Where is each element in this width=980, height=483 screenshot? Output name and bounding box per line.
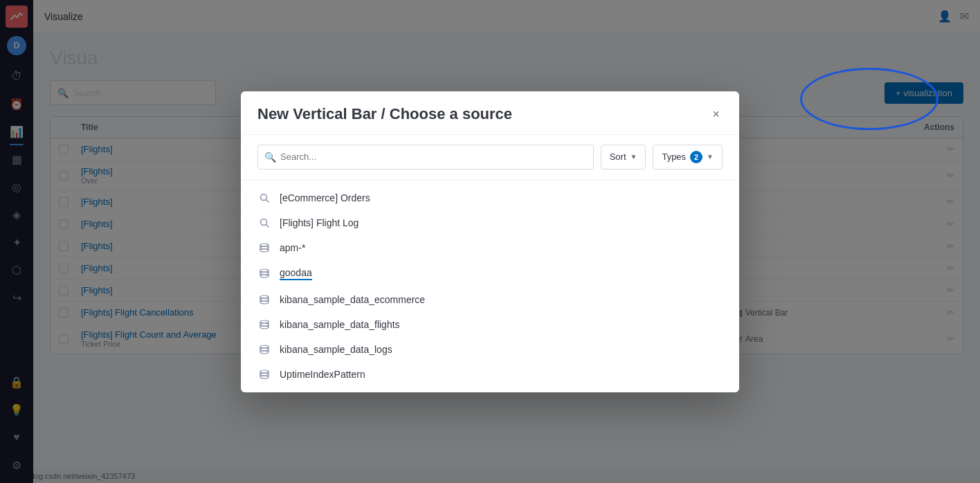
index-pattern-icon <box>257 320 271 329</box>
source-item-label: kibana_sample_data_ecommerce <box>280 294 425 305</box>
search-icon <box>257 193 271 203</box>
svg-line-4 <box>266 199 269 202</box>
svg-point-14 <box>260 298 269 301</box>
source-item-label: goodaa <box>280 267 312 280</box>
svg-point-7 <box>260 244 269 246</box>
svg-point-13 <box>260 295 269 298</box>
modal-title: New Vertical Bar / Choose a source <box>257 105 512 123</box>
sort-button[interactable]: Sort ▼ <box>601 145 646 170</box>
index-pattern-icon <box>257 268 271 278</box>
source-item-label: kibana_sample_data_flights <box>280 319 400 330</box>
svg-point-15 <box>260 301 269 304</box>
types-button[interactable]: Types 2 ▼ <box>653 145 723 170</box>
modal-search-icon: 🔍 <box>264 152 276 163</box>
svg-line-6 <box>266 224 269 227</box>
modal-search-input[interactable] <box>257 145 594 170</box>
index-pattern-icon <box>257 345 271 354</box>
source-item-apm[interactable]: apm-* <box>241 235 739 260</box>
source-item-kibana-ecommerce[interactable]: kibana_sample_data_ecommerce <box>241 287 739 312</box>
svg-point-12 <box>260 275 269 277</box>
source-item-uptime[interactable]: UptimeIndexPattern <box>241 362 739 387</box>
search-icon <box>257 218 271 228</box>
modal-header: New Vertical Bar / Choose a source × <box>241 91 739 135</box>
modal-search-wrap: 🔍 <box>257 145 594 170</box>
svg-point-24 <box>260 376 269 379</box>
source-item-label: [eCommerce] Orders <box>280 192 370 203</box>
svg-point-8 <box>260 246 269 249</box>
modal-overlay: New Vertical Bar / Choose a source × 🔍 S… <box>0 0 980 483</box>
source-item-kibana-flights[interactable]: kibana_sample_data_flights <box>241 312 739 337</box>
types-count-badge: 2 <box>690 151 702 163</box>
source-item-label: kibana_sample_data_logs <box>280 344 392 355</box>
index-pattern-icon <box>257 243 271 253</box>
index-pattern-icon <box>257 370 271 379</box>
choose-source-modal: New Vertical Bar / Choose a source × 🔍 S… <box>241 91 739 392</box>
index-pattern-icon <box>257 295 271 304</box>
source-item-ecommerce-orders[interactable]: [eCommerce] Orders <box>241 185 739 210</box>
modal-close-button[interactable]: × <box>709 105 723 123</box>
source-item-kibana-logs[interactable]: kibana_sample_data_logs <box>241 337 739 362</box>
svg-point-20 <box>260 348 269 351</box>
sort-chevron-icon: ▼ <box>630 153 637 161</box>
types-chevron-icon: ▼ <box>707 153 714 161</box>
source-item-flights-log[interactable]: [Flights] Flight Log <box>241 210 739 235</box>
svg-point-16 <box>260 320 269 323</box>
source-item-goodaa[interactable]: goodaa <box>241 260 739 287</box>
source-item-label: apm-* <box>280 242 305 253</box>
svg-point-21 <box>260 351 269 354</box>
svg-point-17 <box>260 323 269 326</box>
source-list: [eCommerce] Orders [Flights] Flight Log <box>241 180 739 392</box>
svg-point-19 <box>260 345 269 348</box>
source-item-label: UptimeIndexPattern <box>280 369 365 380</box>
source-item-label: [Flights] Flight Log <box>280 217 359 228</box>
svg-point-11 <box>260 272 269 275</box>
modal-toolbar: 🔍 Sort ▼ Types 2 ▼ <box>241 135 739 180</box>
svg-point-10 <box>260 269 269 272</box>
svg-point-9 <box>260 249 269 252</box>
svg-point-18 <box>260 326 269 329</box>
